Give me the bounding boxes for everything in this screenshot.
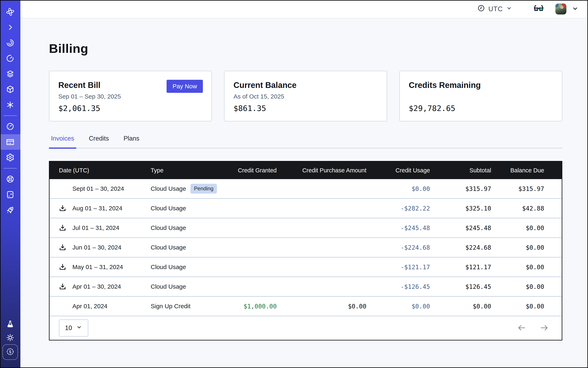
sidebar-item-guides[interactable] xyxy=(0,187,20,202)
invoice-type-cell: Cloud Usage xyxy=(151,283,228,290)
page-size-select[interactable]: 10 xyxy=(59,320,88,337)
balance-due-value: $0.00 xyxy=(491,224,544,231)
subtotal-value: $121.17 xyxy=(430,264,491,271)
table-row: May 01 – 31, 2024 Cloud Usage -$121.17 $… xyxy=(50,258,562,277)
current-balance-as-of: As of Oct 15, 2025 xyxy=(234,93,378,100)
credit-usage-value: -$245.48 xyxy=(366,224,430,231)
sidebar-item-support[interactable] xyxy=(0,171,20,187)
clock-icon xyxy=(477,4,485,14)
cube-icon xyxy=(6,85,15,94)
timezone-selector[interactable]: UTC xyxy=(477,4,512,14)
download-invoice-button[interactable] xyxy=(59,204,67,212)
balance-due-value: $0.00 xyxy=(491,244,544,251)
sidebar-item-launch[interactable] xyxy=(0,202,20,218)
dollar-badge-icon: $ xyxy=(6,347,15,357)
arrow-right-icon xyxy=(539,323,549,333)
table-row: Sept 01 – 30, 2024 Cloud Usage Pending $… xyxy=(50,179,562,199)
sidebar-item-usage[interactable] xyxy=(0,119,20,134)
download-invoice-button[interactable] xyxy=(59,263,67,271)
credit-usage-value: $0.00 xyxy=(366,303,430,310)
sidebar-item-labs[interactable] xyxy=(0,317,20,331)
sidebar-item-credits[interactable]: $ xyxy=(2,344,18,360)
next-page-button[interactable] xyxy=(539,323,549,333)
chevron-down-icon xyxy=(506,5,512,13)
main-content: Billing Recent Bill Sep 01 – Sep 30, 202… xyxy=(20,18,588,368)
invoice-date: May 01 – 31, 2024 xyxy=(72,264,123,270)
page-title: Billing xyxy=(49,41,562,56)
credits-remaining-card: Credits Remaining $29,782.65 xyxy=(399,71,562,121)
sidebar-divider xyxy=(3,115,17,116)
subtotal-value: $325.10 xyxy=(430,205,491,212)
user-avatar[interactable] xyxy=(555,3,566,15)
logo-icon xyxy=(5,7,15,17)
sidebar-item-logo[interactable] xyxy=(0,4,20,19)
rings-icon xyxy=(6,38,15,47)
pending-status-badge: Pending xyxy=(190,184,217,193)
chevron-right-icon xyxy=(6,23,14,31)
invoice-date: Apr 01 – 30, 2024 xyxy=(72,283,121,290)
gear-icon xyxy=(6,153,15,162)
sidebar-item-cube[interactable] xyxy=(0,82,20,97)
recent-bill-amount: $2,061.35 xyxy=(58,104,202,113)
download-invoice-button[interactable] xyxy=(59,224,67,232)
sidebar-item-timer[interactable] xyxy=(0,51,20,66)
table-row: Apr 01 – 30, 2024 Cloud Usage -$126.45 $… xyxy=(50,277,562,297)
credit-purchase-amount-value: $0.00 xyxy=(277,303,366,310)
pagination-controls xyxy=(517,323,549,333)
sidebar: $ xyxy=(0,0,20,368)
arrow-left-icon xyxy=(517,323,527,333)
page-size-value: 10 xyxy=(65,324,72,332)
invoice-date-cell: Sept 01 – 30, 2024 xyxy=(50,185,151,192)
subtotal-value: $315.97 xyxy=(430,185,491,192)
invoice-date-cell: Aug 01 – 31, 2024 xyxy=(50,205,151,212)
invoice-date: Jul 01 – 31, 2024 xyxy=(72,224,119,231)
tab-invoices[interactable]: Invoices xyxy=(49,135,76,149)
credit-usage-value: -$126.45 xyxy=(366,283,430,290)
previous-page-button[interactable] xyxy=(517,323,527,333)
recent-bill-card: Recent Bill Sep 01 – Sep 30, 2025 $2,061… xyxy=(49,71,212,121)
sidebar-item-asterisk[interactable] xyxy=(0,97,20,113)
column-header-date: Date (UTC) xyxy=(50,167,151,174)
pay-now-button[interactable]: Pay Now xyxy=(167,80,203,93)
invoice-type-cell: Sign Up Credit xyxy=(151,303,228,310)
credit-card-icon xyxy=(6,138,15,147)
chevron-down-icon xyxy=(572,5,579,13)
column-header-type: Type xyxy=(151,167,228,174)
wheel-icon xyxy=(6,175,15,183)
invoice-type: Cloud Usage xyxy=(151,185,186,192)
sidebar-bottom-group: $ xyxy=(0,317,20,368)
column-header-credit-purchase-amount: Credit Purchase Amount xyxy=(277,167,366,174)
download-invoice-button[interactable] xyxy=(59,243,67,251)
chevron-down-icon xyxy=(76,324,82,332)
asterisk-icon xyxy=(6,101,15,109)
timer-icon xyxy=(6,54,15,63)
tab-plans[interactable]: Plans xyxy=(121,135,142,149)
invoice-type: Cloud Usage xyxy=(151,244,186,251)
sidebar-item-theme[interactable] xyxy=(0,331,20,344)
credit-granted-value: $1,000.00 xyxy=(228,303,277,310)
invoice-date: Aug 01 – 31, 2024 xyxy=(72,205,122,212)
sidebar-item-rings[interactable] xyxy=(0,35,20,51)
balance-due-value: $0.00 xyxy=(491,283,544,290)
summary-cards: Recent Bill Sep 01 – Sep 30, 2025 $2,061… xyxy=(49,71,562,121)
guide-book-icon xyxy=(6,190,15,199)
credit-usage-value: -$224.68 xyxy=(366,244,430,251)
sidebar-item-collapse[interactable] xyxy=(0,19,20,35)
table-header-row: Date (UTC) Type Credit Granted Credit Pu… xyxy=(50,162,562,179)
sidebar-item-settings[interactable] xyxy=(0,150,20,165)
invoice-type-cell: Cloud Usage Pending xyxy=(151,184,228,193)
reader-mode-button[interactable] xyxy=(533,4,544,13)
column-header-subtotal: Subtotal xyxy=(430,167,491,174)
table-row: Jun 01 – 30, 2024 Cloud Usage -$224.68 $… xyxy=(50,238,562,258)
table-row: Aug 01 – 31, 2024 Cloud Usage -$282.22 $… xyxy=(50,199,562,218)
sidebar-item-layers[interactable] xyxy=(0,66,20,82)
table-body: Sept 01 – 30, 2024 Cloud Usage Pending $… xyxy=(50,179,562,316)
timezone-label: UTC xyxy=(488,5,503,13)
column-header-credit-granted: Credit Granted xyxy=(228,167,277,174)
tab-credits[interactable]: Credits xyxy=(87,135,111,149)
sidebar-item-billing[interactable] xyxy=(0,134,20,150)
account-menu-button[interactable] xyxy=(572,5,579,13)
download-invoice-button[interactable] xyxy=(59,283,67,291)
invoice-type-cell: Cloud Usage xyxy=(151,244,228,251)
topbar-actions xyxy=(512,3,579,15)
